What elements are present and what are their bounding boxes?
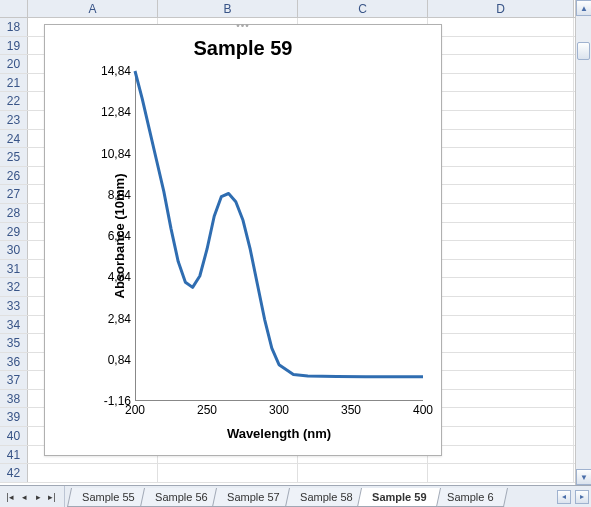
sheet-tab[interactable]: Sample 58: [285, 488, 368, 507]
row-header[interactable]: 28: [0, 204, 28, 222]
cell[interactable]: [428, 167, 574, 185]
row-header[interactable]: 30: [0, 241, 28, 259]
row-header[interactable]: 41: [0, 446, 28, 464]
chart-series: [135, 71, 423, 401]
row-header[interactable]: 39: [0, 408, 28, 426]
cell[interactable]: [428, 427, 574, 445]
sheet-tab-strip: |◂ ◂ ▸ ▸| Sample 55Sample 56Sample 57Sam…: [0, 485, 591, 507]
cell[interactable]: [428, 278, 574, 296]
sheet-tab[interactable]: Sample 59: [357, 488, 441, 507]
row-header[interactable]: 40: [0, 427, 28, 445]
sheet-tab[interactable]: Sample 57: [212, 488, 295, 507]
cell[interactable]: [428, 185, 574, 203]
row-header[interactable]: 25: [0, 148, 28, 166]
cell[interactable]: [428, 74, 574, 92]
tab-nav-first[interactable]: |◂: [4, 490, 16, 504]
row-header[interactable]: 38: [0, 390, 28, 408]
column-header-B[interactable]: B: [158, 0, 298, 17]
row-header[interactable]: 22: [0, 92, 28, 110]
cell[interactable]: [428, 464, 574, 482]
tab-nav-buttons: |◂ ◂ ▸ ▸|: [0, 486, 65, 507]
row-header[interactable]: 36: [0, 353, 28, 371]
cell[interactable]: [428, 390, 574, 408]
sheet-tab-label: Sample 58: [300, 491, 353, 503]
row-header[interactable]: 20: [0, 55, 28, 73]
grid-row: 42: [0, 464, 575, 483]
row-header[interactable]: 31: [0, 260, 28, 278]
column-header-C[interactable]: C: [298, 0, 428, 17]
cell[interactable]: [428, 55, 574, 73]
row-header[interactable]: 19: [0, 37, 28, 55]
sheet-tab-label: Sample 59: [372, 491, 426, 503]
hscroll-left[interactable]: ◂: [557, 490, 571, 504]
cell[interactable]: [428, 353, 574, 371]
row-header[interactable]: 18: [0, 18, 28, 36]
cell[interactable]: [428, 148, 574, 166]
row-header[interactable]: 26: [0, 167, 28, 185]
scroll-up-button[interactable]: ▲: [576, 0, 591, 16]
y-tick-label: 12,84: [87, 105, 131, 119]
vertical-scrollbar[interactable]: ▲ ▼: [575, 0, 591, 485]
cell[interactable]: [428, 408, 574, 426]
cell[interactable]: [428, 204, 574, 222]
row-header[interactable]: 27: [0, 185, 28, 203]
cell[interactable]: [428, 446, 574, 464]
row-header[interactable]: 34: [0, 316, 28, 334]
row-header[interactable]: 21: [0, 74, 28, 92]
embedded-chart[interactable]: ••• Sample 59 Absorbance (10mm) Waveleng…: [44, 24, 442, 456]
row-header[interactable]: 35: [0, 334, 28, 352]
scroll-track[interactable]: [576, 16, 591, 469]
y-tick-label: 14,84: [87, 64, 131, 78]
cell[interactable]: [428, 241, 574, 259]
tab-nav-last[interactable]: ▸|: [46, 490, 58, 504]
cell[interactable]: [428, 130, 574, 148]
y-tick-label: 10,84: [87, 147, 131, 161]
sheet-tab[interactable]: Sample 56: [140, 488, 223, 507]
hscroll-group-right: ▸: [573, 486, 591, 507]
sheet-tab[interactable]: Sample 55: [67, 488, 150, 507]
y-tick-label: 6,84: [87, 229, 131, 243]
y-tick-label: 4,84: [87, 270, 131, 284]
sheet-tab-label: Sample 57: [227, 491, 280, 503]
column-header-D[interactable]: D: [428, 0, 574, 17]
cell[interactable]: [428, 334, 574, 352]
sheet-tab-label: Sample 6: [447, 491, 493, 503]
resize-handle-top[interactable]: •••: [236, 20, 250, 31]
cell[interactable]: [428, 260, 574, 278]
cell[interactable]: [428, 223, 574, 241]
row-header[interactable]: 42: [0, 464, 28, 482]
hscroll-group: ◂: [555, 486, 573, 507]
y-tick-label: -1,16: [87, 394, 131, 408]
cell[interactable]: [28, 464, 158, 482]
cell[interactable]: [428, 111, 574, 129]
row-header[interactable]: 24: [0, 130, 28, 148]
scroll-thumb[interactable]: [577, 42, 590, 60]
column-header-row: A B C D: [0, 0, 575, 18]
cell[interactable]: [428, 297, 574, 315]
cell[interactable]: [428, 37, 574, 55]
x-axis-label: Wavelength (nm): [135, 426, 423, 441]
row-header[interactable]: 33: [0, 297, 28, 315]
sheet-tabs: Sample 55Sample 56Sample 57Sample 58Samp…: [65, 486, 555, 507]
cell[interactable]: [428, 92, 574, 110]
hscroll-right[interactable]: ▸: [575, 490, 589, 504]
row-header[interactable]: 32: [0, 278, 28, 296]
cell[interactable]: [428, 371, 574, 389]
y-tick-label: 2,84: [87, 312, 131, 326]
tab-nav-prev[interactable]: ◂: [18, 490, 30, 504]
sheet-tab[interactable]: Sample 6: [432, 488, 509, 507]
cell[interactable]: [158, 464, 298, 482]
row-header[interactable]: 23: [0, 111, 28, 129]
scroll-down-button[interactable]: ▼: [576, 469, 591, 485]
y-tick-label: 8,84: [87, 188, 131, 202]
tab-nav-next[interactable]: ▸: [32, 490, 44, 504]
corner-cell[interactable]: [0, 0, 28, 17]
x-tick-label: 350: [341, 403, 361, 417]
y-tick-label: 0,84: [87, 353, 131, 367]
cell[interactable]: [428, 316, 574, 334]
row-header[interactable]: 29: [0, 223, 28, 241]
column-header-A[interactable]: A: [28, 0, 158, 17]
cell[interactable]: [298, 464, 428, 482]
row-header[interactable]: 37: [0, 371, 28, 389]
cell[interactable]: [428, 18, 574, 36]
